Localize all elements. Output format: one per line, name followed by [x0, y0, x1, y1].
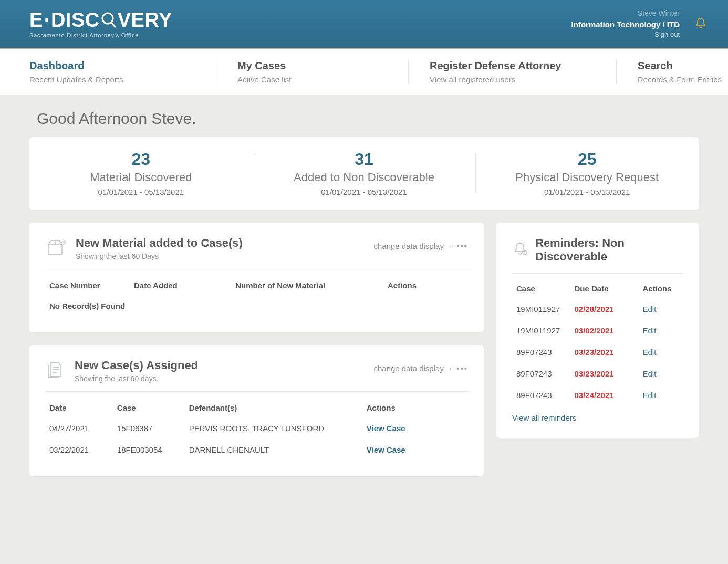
edit-link[interactable]: Edit	[643, 391, 657, 400]
user-block: Steve Winter Information Technology / IT…	[571, 8, 707, 39]
logo-text: DISC	[51, 10, 100, 30]
edit-link[interactable]: Edit	[643, 305, 657, 314]
cell-date: 03/22/2021	[45, 439, 113, 461]
stat-number: 31	[253, 151, 476, 168]
nav-subtitle: Active Case list	[237, 75, 387, 84]
table-row: 89F07243 03/23/2021 Edit	[512, 363, 683, 384]
stat-daterange: 01/01/2021 - 05/13/2021	[29, 187, 253, 196]
nav-title: My Cases	[237, 60, 387, 72]
edit-link[interactable]: Edit	[643, 369, 657, 378]
more-menu-icon[interactable]: •••	[456, 242, 468, 250]
logo-text: E	[29, 10, 43, 30]
cell-due-date: 03/02/2021	[570, 320, 639, 341]
col-defendants: Defendant(s)	[185, 396, 362, 417]
table-row: 89F07243 03/24/2021 Edit	[512, 384, 683, 406]
stat-daterange: 01/01/2021 - 05/13/2021	[475, 187, 699, 196]
nav-subtitle: Recent Updates & Reports	[29, 75, 195, 84]
table-empty-row: No Record(s) Found	[45, 295, 468, 317]
col-actions: Actions	[383, 274, 468, 295]
cell-defendants: DARNELL CHENAULT	[185, 439, 362, 461]
card-subtitle: Showing the last 60 days.	[75, 374, 198, 383]
cell-due-date: 03/23/2021	[570, 363, 639, 384]
stat-daterange: 01/01/2021 - 05/13/2021	[253, 187, 476, 196]
view-case-link[interactable]: View Case	[367, 445, 405, 454]
user-name: Steve Winter	[571, 8, 680, 19]
nav-subtitle: View all registered users	[430, 75, 595, 84]
col-actions: Actions	[362, 396, 468, 417]
table-row: 19MI011927 03/02/2021 Edit	[512, 320, 683, 341]
nav-my-cases[interactable]: My Cases Active Case list	[216, 60, 408, 84]
card-subtitle: Showing the last 60 Days	[76, 252, 243, 260]
cell-due-date: 03/24/2021	[570, 384, 639, 406]
cell-due-date: 02/28/2021	[570, 298, 639, 320]
cell-case: 18FE003054	[113, 439, 185, 461]
col-case-number: Case Number	[45, 274, 130, 295]
nav-dashboard[interactable]: Dashboard Recent Updates & Reports	[29, 60, 216, 84]
new-material-card: New Material added to Case(s) Showing th…	[29, 223, 484, 332]
app-header: E · DISC VERY Sacramento District Attorn…	[0, 0, 728, 49]
reminder-bell-icon	[512, 241, 528, 259]
new-cases-card: New Case(s) Assigned Showing the last 60…	[29, 345, 484, 476]
nav-register-attorney[interactable]: Register Defense Attorney View all regis…	[408, 60, 616, 84]
cell-case: 89F07243	[512, 384, 570, 406]
change-data-display[interactable]: change data display	[373, 242, 443, 250]
user-department: Information Technology / ITD	[571, 19, 680, 30]
logo-dot: ·	[44, 10, 50, 30]
table-row: 89F07243 03/23/2021 Edit	[512, 341, 683, 363]
empty-message: No Record(s) Found	[45, 295, 468, 317]
stat-label: Material Discovered	[29, 171, 253, 184]
nav-search[interactable]: Search Records & Form Entries	[616, 60, 728, 84]
table-row: 03/22/2021 18FE003054 DARNELL CHENAULT V…	[45, 439, 468, 461]
stat-number: 25	[475, 151, 699, 168]
logo-subtitle: Sacramento District Attorney's Office	[29, 32, 139, 38]
new-material-table: Case Number Date Added Number of New Mat…	[45, 274, 468, 317]
card-title: Reminders: Non Discoverable	[535, 236, 683, 264]
chevron-right-icon: ›	[449, 242, 451, 250]
documents-icon	[45, 360, 65, 382]
view-case-link[interactable]: View Case	[367, 424, 405, 433]
col-due-date: Due Date	[570, 277, 639, 298]
edit-link[interactable]: Edit	[643, 326, 657, 335]
more-menu-icon[interactable]: •••	[456, 364, 468, 373]
table-row: 19MI011927 02/28/2021 Edit	[512, 298, 683, 320]
nav-subtitle: Records & Form Entries	[638, 75, 722, 84]
nav-title: Dashboard	[29, 60, 195, 72]
cell-defendants: PERVIS ROOTS, TRACY LUNSFORD	[185, 417, 362, 439]
reminders-card: Reminders: Non Discoverable Case Due Dat…	[496, 223, 699, 438]
notification-bell-icon[interactable]	[694, 17, 707, 32]
new-cases-table: Date Case Defendant(s) Actions 04/27/202…	[45, 396, 468, 461]
stat-number: 23	[29, 151, 253, 168]
card-title: New Material added to Case(s)	[76, 236, 243, 250]
col-case: Case	[113, 396, 185, 417]
stat-material-discovered[interactable]: 23 Material Discovered 01/01/2021 - 05/1…	[29, 151, 253, 196]
greeting: Good Afternoon Steve.	[0, 95, 728, 137]
main-nav: Dashboard Recent Updates & Reports My Ca…	[0, 49, 728, 95]
sign-out-link[interactable]: Sign out	[571, 30, 680, 39]
table-row: 04/27/2021 15F06387 PERVIS ROOTS, TRACY …	[45, 417, 468, 439]
stat-label: Added to Non Discoverable	[253, 171, 476, 184]
card-title: New Case(s) Assigned	[75, 359, 198, 372]
view-all-reminders-link[interactable]: View all reminders	[512, 413, 576, 422]
app-logo[interactable]: E · DISC VERY Sacramento District Attorn…	[29, 10, 172, 38]
cell-case: 19MI011927	[512, 298, 570, 320]
reminders-table: Case Due Date Actions 19MI011927 02/28/2…	[512, 277, 683, 406]
svg-line-1	[111, 23, 115, 27]
edit-link[interactable]: Edit	[643, 348, 657, 357]
nav-title: Search	[638, 60, 722, 72]
col-date: Date	[45, 396, 113, 417]
stats-bar: 23 Material Discovered 01/01/2021 - 05/1…	[29, 137, 699, 210]
magnifier-icon	[101, 12, 117, 28]
change-data-display[interactable]: change data display	[373, 364, 443, 373]
stat-physical-request[interactable]: 25 Physical Discovery Request 01/01/2021…	[475, 151, 699, 196]
cell-case: 89F07243	[512, 363, 570, 384]
chevron-right-icon: ›	[449, 364, 451, 372]
col-num-material: Number of New Material	[231, 274, 383, 295]
col-case: Case	[512, 277, 570, 298]
cell-case: 19MI011927	[512, 320, 570, 341]
nav-title: Register Defense Attorney	[430, 60, 595, 72]
cell-date: 04/27/2021	[45, 417, 113, 439]
cell-case: 89F07243	[512, 341, 570, 363]
cell-due-date: 03/23/2021	[570, 341, 639, 363]
stat-non-discoverable[interactable]: 31 Added to Non Discoverable 01/01/2021 …	[253, 151, 476, 196]
cell-case: 15F06387	[113, 417, 185, 439]
